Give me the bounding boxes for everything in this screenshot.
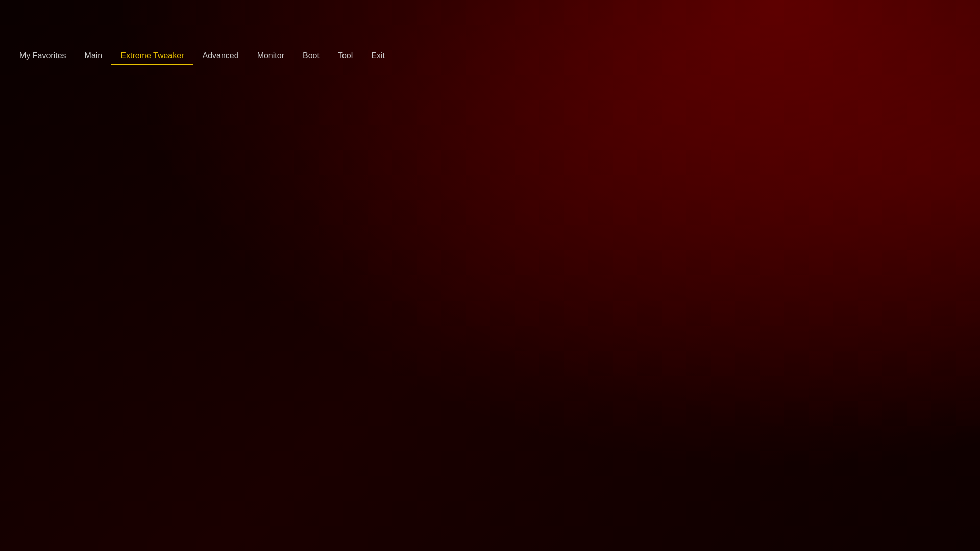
toolbar-search[interactable]: ❓ Search(F9) — [317, 28, 372, 40]
search-icon: ❓ — [322, 30, 331, 38]
nav-main[interactable]: Main — [76, 47, 112, 64]
toolbar-english[interactable]: 🌐 English — [94, 28, 137, 40]
pred-pcore-values: 1.313/1.207 — [825, 282, 899, 296]
setting-value-rtt-nom-wr-a1: 0 — [582, 197, 612, 205]
toolbar-aioc-label: AI OC(F11) — [276, 30, 309, 37]
hw-mc-volt-value: 1.119 V — [827, 208, 897, 216]
hw-frequency-value: 5200 MHz — [827, 122, 897, 131]
chevron-down-icon: ▼ — [792, 99, 798, 107]
chevron-down-icon: ▼ — [792, 277, 798, 284]
pred-cache-hc-values: 4249 MHz — [899, 342, 972, 349]
section-label-b1: Channel 0 Slot B1 — [12, 327, 70, 335]
ez-mode-button[interactable]: EzMode(F7)→ — [842, 521, 910, 530]
dropdown-rtt-nom-wr-a1[interactable]: Auto ▼ — [621, 192, 804, 210]
dropdown-pull-up[interactable]: Auto ▼ — [621, 271, 804, 290]
hw-soc-bclk: SOC BCLK 100.00 MHz — [899, 134, 972, 155]
setting-label-sync-basic: Sync Basic Dimm ODT mode — [12, 98, 621, 107]
pred-pcore-lh-values: 5633/5345 — [899, 289, 972, 296]
dropdown-rtt-nom-rd-b1[interactable]: Auto ▼ — [621, 369, 804, 388]
pred-sp-cooler: SP 78 Cooler 165 pts — [825, 250, 972, 265]
dropdown-rtt-park-a1[interactable]: Auto ▼ — [621, 218, 804, 237]
hw-monitor-title-text: Hardware Monitor — [839, 74, 908, 85]
dropdown-rtt-park-dqs-a1[interactable]: Auto ▼ — [621, 245, 804, 263]
setting-label-rtt-nom-rd-a1: RTT NOM RD — [12, 170, 582, 179]
pred-ecore-lh-label: E-Core Light/Heavy — [899, 309, 972, 315]
setting-rtt-nom-rd-a1: RTT NOM RD 0 Auto ▼ — [0, 161, 817, 188]
toolbar-qfan[interactable]: 🌀 Qfan(F6) — [209, 28, 257, 40]
hw-pcore-volt-label: PCore Volt. — [827, 158, 897, 164]
toolbar-divider-1 — [87, 27, 88, 41]
nav-extreme-tweaker[interactable]: Extreme Tweaker — [111, 47, 193, 65]
section-channel1-slot-a1: Channel 1 Slot A1 — [0, 116, 817, 135]
dropdown-pull-down[interactable]: Auto ▼ — [621, 298, 804, 316]
chevron-down-icon: ▼ — [792, 304, 798, 311]
toolbar-my-favorite[interactable]: 📋 My Favorite(F3) — [139, 28, 207, 40]
gear-button[interactable]: ⚙ — [65, 26, 81, 42]
globe-icon: 🌐 — [99, 30, 108, 38]
toolbar-search-label: Search(F9) — [333, 30, 366, 37]
info-icon[interactable]: ℹ — [12, 491, 16, 504]
header: ROG UEFI BIOS Utility - Advanced Mode — [0, 0, 980, 22]
hw-ratio-value: 52.00x — [827, 187, 897, 195]
nav-advanced[interactable]: Advanced — [193, 47, 248, 64]
setting-value-rtt-wr-a1: 48 — [582, 144, 612, 152]
nav-my-favorites[interactable]: My Favorites — [10, 47, 76, 64]
toolbar-aura[interactable]: ⚙ AURA(F4) — [374, 28, 424, 40]
setting-pull-down: Pull-Down Output Driver Impedance 40 Aut… — [0, 294, 817, 320]
hw-soc-bclk-label: SOC BCLK — [901, 137, 970, 143]
hw-cpu-bclk-label: CPU BCLK — [827, 137, 897, 143]
setting-label-rtt-nom-rd-b1: RTT NOM RD — [12, 374, 582, 383]
hw-soc-bclk-value: 100.00 MHz — [901, 144, 970, 152]
settings-list: Sync Basic Dimm ODT mode Enabled ▼ Chann… — [0, 90, 817, 483]
toolbar-resize-bar[interactable]: 🔧 ReSize BAR — [426, 28, 484, 40]
pred-pcore-detail: P-Core V for 5500/5200 1.313/1.207 P-Cor… — [817, 273, 980, 299]
dropdown-sync-basic[interactable]: Enabled ▼ — [621, 94, 804, 112]
hw-frequency-label: Frequency — [827, 115, 897, 121]
q-dashboard-button[interactable]: Q-Dashboard(Insert) — [693, 521, 779, 530]
hw-ecore-volt-label: ECore Volt. — [901, 158, 970, 164]
section-label: Channel 1 Slot A1 — [12, 122, 69, 131]
prediction-title: Prediction — [817, 228, 980, 246]
favorite-icon: 📋 — [144, 30, 153, 38]
pred-sp: SP 78 — [825, 250, 899, 265]
hot-keys-button[interactable]: Hot Keys ❓ — [910, 521, 970, 530]
pred-cache-detail: Cache V for 3800MHz 1.010 V @ DLVR Heavy… — [817, 326, 980, 353]
toolbar-ai-oc[interactable]: 🌐 AI OC(F11) — [259, 28, 314, 40]
dropdown-rtt-wr-a1[interactable]: Auto ▼ — [621, 139, 804, 157]
last-modified-button[interactable]: Last Modified — [779, 521, 842, 530]
nav-boot[interactable]: Boot — [293, 47, 329, 64]
datetime: 01/12/2025 Sunday 19:10 — [10, 24, 55, 43]
version-bar: Version 2.22.1295 Copyright (C) 2024 AMI — [0, 537, 980, 551]
nav-tool[interactable]: Tool — [329, 47, 362, 64]
hw-mc-volt: MC Volt. 1.119 V — [825, 198, 899, 219]
rog-logo: ROG — [10, 2, 35, 20]
pred-ecore-lh-values: 4965/4671 — [899, 316, 972, 323]
hw-ecore-volt-value: 1.146 V — [901, 165, 970, 173]
ai-icon: 🌐 — [264, 30, 273, 38]
pred-pcore-lh-label: P-Core Light/Heavy — [899, 282, 972, 288]
setting-label-rtt-park-dqs-a1: RTT PARK DQS — [12, 249, 582, 258]
setting-rtt-wr-a1: RTT WR 48 Auto ▼ — [0, 135, 817, 161]
hw-dram-freq-label: DRAM Freq. — [901, 180, 970, 186]
setting-pull-up: Pull-up Output Driver Impedance 34 Auto … — [0, 267, 817, 294]
back-button[interactable]: ← — [8, 73, 18, 85]
nav-monitor[interactable]: Monitor — [248, 47, 293, 64]
breadcrumb: Extreme Tweaker\DRAM Timing Control\Skew… — [24, 74, 296, 83]
chevron-down-icon: ▼ — [792, 144, 798, 152]
hw-monitor-title: 🖥 Hardware Monitor — [817, 67, 980, 90]
pred-pcore-label: P-Core V for 5500/5200 — [825, 275, 972, 281]
setting-rtt-nom-wr-a1: RTT NOM WR 0 Auto ▼ — [0, 188, 817, 214]
dropdown-rtt-wr-b1[interactable]: Auto ▼ — [621, 343, 804, 361]
cpu-memory-title: CPU/Memory — [817, 90, 980, 108]
pred-sp-label: SP — [825, 250, 899, 256]
hw-cpu-bclk: CPU BCLK 100.00 MHz — [825, 134, 899, 155]
dropdown-rtt-nom-rd-a1[interactable]: Auto ▼ — [621, 165, 804, 184]
setting-label-rtt-nom-wr-a1: RTT NOM WR — [12, 196, 582, 205]
nav-bar: My Favorites Main Extreme Tweaker Advanc… — [0, 45, 980, 67]
hw-capacity-label: Capacity — [901, 201, 970, 207]
nav-exit[interactable]: Exit — [362, 47, 394, 64]
setting-value-rtt-wr-b1: 48 — [582, 348, 612, 356]
info-area: ℹ — [0, 483, 817, 513]
hw-mc-volt-label: MC Volt. — [827, 201, 897, 207]
hw-temperature-label: Temperature — [901, 115, 970, 121]
